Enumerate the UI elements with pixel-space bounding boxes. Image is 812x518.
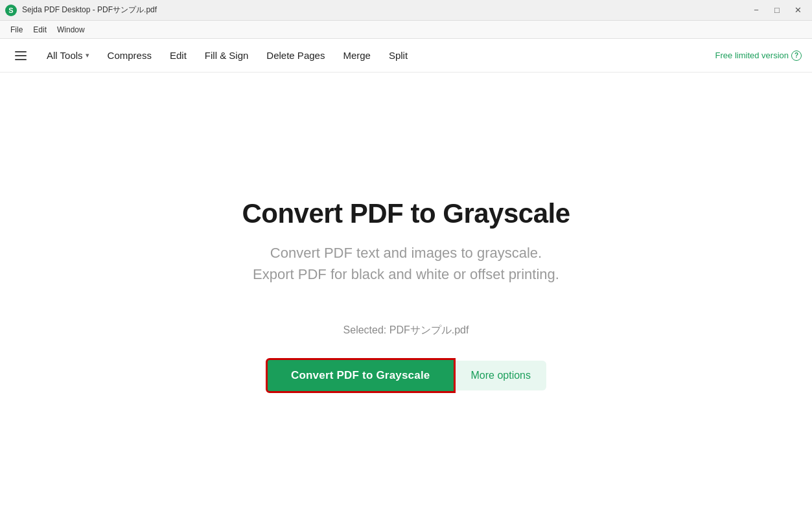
title-bar-left: S Sejda PDF Desktop - PDFサンプル.pdf bbox=[5, 5, 157, 16]
menu-bar: File Edit Window bbox=[0, 21, 812, 39]
chevron-down-icon: ▾ bbox=[86, 51, 89, 60]
menu-edit[interactable]: Edit bbox=[28, 23, 52, 37]
subtitle-line-2: Export PDF for black and white or offset… bbox=[253, 266, 559, 282]
toolbar-right: Free limited version ? bbox=[715, 51, 802, 61]
app-logo: S bbox=[5, 5, 17, 16]
toolbar-fill-sign[interactable]: Fill & Sign bbox=[197, 46, 257, 65]
close-button[interactable]: ✕ bbox=[789, 4, 807, 17]
toolbar-edit[interactable]: Edit bbox=[162, 46, 194, 65]
toolbar-nav: All Tools ▾ Compress Edit Fill & Sign De… bbox=[39, 46, 713, 65]
hamburger-line-1 bbox=[15, 51, 27, 52]
main-content: Convert PDF to Grayscale Convert PDF tex… bbox=[0, 73, 812, 518]
title-bar-title: Sejda PDF Desktop - PDFサンプル.pdf bbox=[22, 5, 157, 16]
subtitle-line-1: Convert PDF text and images to grayscale… bbox=[270, 245, 542, 261]
toolbar-compress[interactable]: Compress bbox=[100, 46, 159, 65]
toolbar: All Tools ▾ Compress Edit Fill & Sign De… bbox=[0, 39, 812, 73]
hamburger-line-3 bbox=[15, 59, 27, 60]
toolbar-split[interactable]: Split bbox=[381, 46, 415, 65]
page-title: Convert PDF to Grayscale bbox=[242, 198, 570, 229]
help-icon: ? bbox=[791, 51, 802, 61]
menu-file[interactable]: File bbox=[5, 23, 28, 37]
title-bar: S Sejda PDF Desktop - PDFサンプル.pdf − □ ✕ bbox=[0, 0, 812, 21]
action-row: Convert PDF to Grayscale More options bbox=[266, 358, 546, 393]
convert-button[interactable]: Convert PDF to Grayscale bbox=[266, 358, 456, 393]
maximize-button[interactable]: □ bbox=[768, 4, 786, 17]
toolbar-delete-pages[interactable]: Delete Pages bbox=[259, 46, 332, 65]
menu-window[interactable]: Window bbox=[52, 23, 90, 37]
title-bar-controls: − □ ✕ bbox=[747, 4, 807, 17]
free-version-badge[interactable]: Free limited version ? bbox=[715, 51, 802, 61]
minimize-button[interactable]: − bbox=[747, 4, 765, 17]
toolbar-merge[interactable]: Merge bbox=[335, 46, 378, 65]
page-subtitle: Convert PDF text and images to grayscale… bbox=[253, 242, 559, 285]
more-options-button[interactable]: More options bbox=[456, 361, 547, 390]
selected-file-label: Selected: PDFサンプル.pdf bbox=[343, 324, 469, 337]
hamburger-menu[interactable] bbox=[10, 45, 31, 66]
all-tools-dropdown[interactable]: All Tools ▾ bbox=[39, 46, 97, 65]
hamburger-line-2 bbox=[15, 55, 27, 56]
